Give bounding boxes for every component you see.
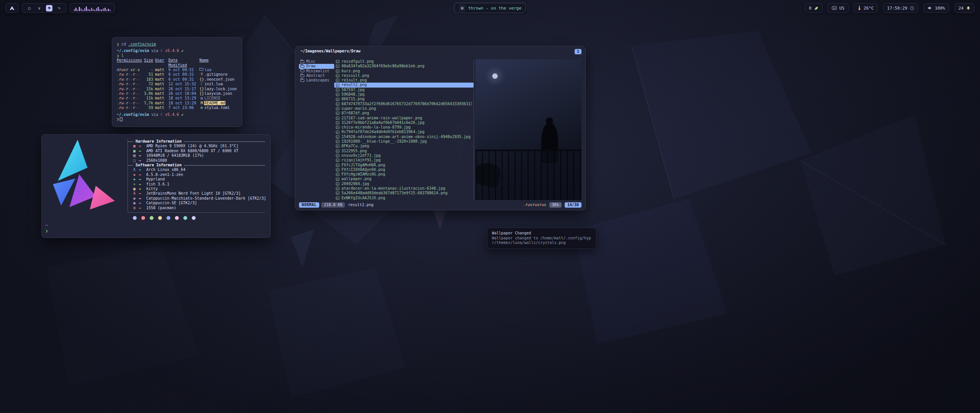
audio-visualizer-module: [70, 3, 115, 13]
file-item[interactable]: result2.png: [334, 83, 474, 87]
file-name: ressdfgult.png: [341, 59, 374, 64]
status-bar: NORMAL 218.8 KB result2.png -rwxrwxrwx 3…: [299, 202, 581, 208]
check-icon: ✔: [181, 112, 184, 117]
file-item[interactable]: 587597.jpg: [334, 88, 474, 92]
clock-module[interactable]: 17:50:29: [883, 3, 918, 13]
cwd-line: ~/.config/nvim via ☾ v5.4.6 ✔: [117, 112, 237, 117]
info-row: ▣ → kitty: [132, 187, 265, 191]
sidebar-folder-item[interactable]: Draw: [299, 64, 334, 68]
launcher-button[interactable]: [5, 3, 19, 13]
file-item[interactable]: 08a634fa02a32364f69ebc86a98eb1eb.png: [334, 64, 474, 68]
image-file-icon: [336, 130, 340, 134]
temperature-module[interactable]: 26°C: [854, 3, 878, 13]
info-icon: ▤: [132, 153, 137, 158]
image-file-icon: [336, 121, 340, 125]
info-icon: A: [132, 191, 137, 196]
notification-title: Wallpaper Changed: [492, 231, 591, 236]
sidebar-folder-item[interactable]: Abstract: [299, 73, 334, 78]
notifications-module[interactable]: 24: [954, 3, 975, 13]
media-player-module[interactable]: thrown - on the verge: [454, 3, 526, 13]
volume-module[interactable]: 100%: [923, 3, 949, 13]
file-name: lua: [204, 68, 212, 72]
arrow-icon: →: [139, 206, 145, 210]
file-item[interactable]: re1sult.png: [334, 78, 474, 83]
notification-toast[interactable]: Wallpaper Changed Wallpaper changed to /…: [487, 228, 596, 249]
file-item[interactable]: chica-mirando-la-luna-8799.jpg: [334, 125, 474, 130]
file-item[interactable]: 217167-sad-anime-rain-wallpaper.png: [334, 116, 474, 120]
info-row: ✿ → Catppuccin-Macchiato-Standard-Lavend…: [132, 196, 265, 201]
workspace-button[interactable]: ∨: [36, 5, 42, 11]
file-type-icon: ☾: [199, 82, 204, 86]
image-file-icon: [336, 154, 340, 158]
prompt-char[interactable]: ❯: [46, 229, 48, 233]
info-icon: ✿: [132, 196, 137, 201]
file-list-pane: ressdfgult.png 08a634fa02a32364f69ebc86a…: [334, 59, 474, 200]
selected-file-name: result2.png: [348, 203, 373, 207]
file-item[interactable]: FXfcJlTXgAMvH6R.png: [334, 163, 474, 167]
image-file-icon: [336, 125, 340, 129]
palette-dot: [141, 216, 145, 220]
folder-name: Draw: [306, 64, 315, 68]
info-row: Λ → Arch Linux x86_64: [132, 167, 265, 172]
info-value: Arch Linux x86_64: [146, 167, 265, 172]
file-manager-window[interactable]: ~/Imagenes/Wallpapers/Draw 1 Misc Draw M…: [295, 46, 586, 210]
tab-badge[interactable]: 1: [575, 49, 581, 54]
notification-body: Wallpaper changed to /home/matt/.config/…: [492, 236, 591, 246]
info-icon: ◉: [132, 201, 137, 205]
file-item[interactable]: FXfcHgcWIAMzs0G.png: [334, 172, 474, 177]
fetch-terminal-window[interactable]: Hardware Information ▦ → AMD Ryzen 9 590…: [41, 134, 271, 238]
visualizer-bar: [79, 7, 80, 11]
file-item[interactable]: 8FKa7Cu.jpeg: [334, 144, 474, 148]
file-item[interactable]: ressdfgult.png: [334, 59, 474, 64]
file-item[interactable]: rsjqojlmjhf91.jpg: [334, 158, 474, 163]
workspace-button[interactable]: ⚑: [46, 5, 52, 11]
hardware-section: Hardware Information ▦ → AMD Ryzen 9 590…: [127, 139, 265, 163]
file-item[interactable]: 68747470733a2f2f696d616765732d7769786d70…: [334, 102, 474, 106]
terminal-window[interactable]: ❯ cd .config/nvim ~/.config/nvim via ☾ v…: [112, 37, 242, 127]
prompt-line[interactable]: ❯: [117, 117, 237, 122]
file-item[interactable]: EeNKYgIUcAAJ5JX.png: [334, 196, 474, 200]
image-file-icon: [336, 88, 340, 92]
leaf-icon: [814, 6, 818, 10]
sidebar-folder-item[interactable]: Misc: [299, 59, 334, 64]
updates-module[interactable]: 0: [805, 3, 823, 13]
visualizer-bar: [93, 9, 93, 11]
workspace-button[interactable]: ✎: [56, 5, 62, 11]
file-item[interactable]: wallpaper.png: [334, 177, 474, 181]
info-value: Catppuccin-Macchiato-Standard-Lavender-D…: [146, 196, 266, 201]
file-item[interactable]: super-mario.png: [334, 106, 474, 111]
file-item[interactable]: 3126f7e9bbf21a8a4af0b67b041c6e26.jpg: [334, 120, 474, 125]
file-item[interactable]: nnvuv0xj2df71.jpg: [334, 153, 474, 158]
now-playing-title: thrown - on the verge: [468, 6, 521, 11]
file-item[interactable]: resssult.png: [334, 73, 474, 78]
info-value: AMD Ryzen 9 5900X (24) @ 4.9GHz [61.3°C]: [146, 144, 265, 148]
file-item[interactable]: kurz.png: [334, 69, 474, 73]
temperature-value: 26°C: [864, 6, 874, 11]
file-item[interactable]: atardecer-en-la-montanas-ilustracion-634…: [334, 186, 474, 191]
file-name: kurz.png: [341, 69, 360, 73]
file-name: FXfcII0X0AQyn9X.png: [341, 167, 385, 172]
file-item[interactable]: 5a266e448add93deab367d87173e9f25-6837886…: [334, 191, 474, 195]
file-name: lazy-lock.json: [204, 87, 237, 91]
file-item[interactable]: 19201080-__blue-tinge__-1920×1080.jpg: [334, 139, 474, 144]
file-item[interactable]: 0c794faf07de24a4db4d4fb1eb813964.jpg: [334, 130, 474, 134]
folder-name: Landscapes: [306, 78, 329, 83]
file-item[interactable]: 20492984.jpg: [334, 182, 474, 186]
file-item[interactable]: FXfcII0X0AQyn9X.png: [334, 167, 474, 172]
keyboard-layout: US: [840, 6, 844, 11]
check-icon: ✔: [181, 49, 184, 53]
sidebar-folder-item[interactable]: Landscapes: [299, 78, 334, 83]
topbar-left-cluster: ○ ∨ ⚑ ✎: [5, 3, 115, 13]
file-item[interactable]: 3122955.png: [334, 149, 474, 153]
file-item[interactable]: 87r687df.png: [334, 111, 474, 115]
file-type-icon: M: [199, 101, 204, 106]
file-item[interactable]: 866715.png: [334, 97, 474, 101]
palette-dot: [192, 216, 196, 220]
sidebar-folder-item[interactable]: Minimalist: [299, 69, 334, 73]
workspace-button[interactable]: ○: [26, 5, 33, 11]
file-name: 217167-sad-anime-rain-wallpaper.png: [341, 116, 422, 120]
file-item[interactable]: 596848.jpg: [334, 92, 474, 97]
file-item[interactable]: 154928-odinokoe-anime-art-anime-okno-sin…: [334, 135, 474, 139]
file-name: 8FKa7Cu.jpeg: [341, 144, 369, 148]
keyboard-layout-module[interactable]: US: [828, 3, 849, 13]
